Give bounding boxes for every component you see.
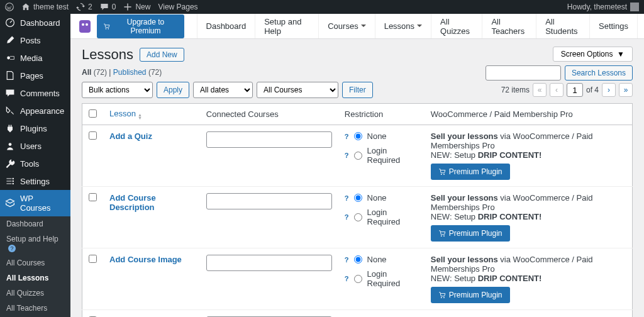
connected-courses-input[interactable] <box>206 255 332 271</box>
sidebar-appearance[interactable]: Appearance <box>0 102 70 120</box>
bulk-actions-select[interactable]: Bulk actions <box>82 82 153 98</box>
help-icon[interactable]: ? <box>345 256 349 264</box>
sidebar-submenu: Dashboard Setup and Help? All Courses Al… <box>0 216 70 317</box>
col-connected: Connected Courses <box>200 104 338 125</box>
connected-courses-input[interactable] <box>206 193 332 209</box>
restriction-login-radio[interactable] <box>354 213 362 221</box>
col-woo: WooCommerce / Paid Membership Pro <box>425 104 633 125</box>
sidebar-pages[interactable]: Pages <box>0 67 70 84</box>
restriction-none-label: None <box>367 131 387 141</box>
site-name[interactable]: theme test <box>21 3 69 11</box>
restriction-none-radio[interactable] <box>354 194 362 202</box>
premium-plugin-button[interactable]: Premium Plugin <box>431 287 510 303</box>
table-row: Add Lesson Content ?None ?Login Required… <box>82 310 633 318</box>
filter-published[interactable]: Published <box>113 68 147 77</box>
tab-teachers[interactable]: All Teachers <box>482 14 536 38</box>
caret-down-icon <box>361 25 366 30</box>
lesson-title-link[interactable]: Add Course Description <box>109 193 156 212</box>
updates[interactable]: 2 <box>76 3 92 11</box>
svg-point-14 <box>443 297 445 298</box>
sidebar-tools[interactable]: Tools <box>0 155 70 172</box>
sub-all-quizzes[interactable]: All Quizzes <box>0 286 70 301</box>
svg-point-4 <box>13 178 14 179</box>
premium-plugin-button[interactable]: Premium Plugin <box>431 164 510 180</box>
caret-down-icon <box>417 25 422 30</box>
apply-button[interactable]: Apply <box>157 82 189 98</box>
tab-quizzes[interactable]: All Quizzes <box>431 14 482 38</box>
restriction-login-label: Login Required <box>367 269 418 288</box>
wp-logo[interactable] <box>5 3 14 11</box>
comments-count[interactable]: 0 <box>100 3 116 11</box>
sub-all-lessons[interactable]: All Lessons <box>0 270 70 286</box>
row-checkbox[interactable] <box>89 255 97 263</box>
svg-point-3 <box>9 143 12 146</box>
prev-page-button[interactable]: ‹ <box>550 83 564 97</box>
sidebar-comments[interactable]: Comments <box>0 84 70 102</box>
select-all-checkbox[interactable] <box>89 109 97 118</box>
sidebar-users[interactable]: Users <box>0 137 70 155</box>
sub-dashboard[interactable]: Dashboard <box>0 216 70 231</box>
col-restriction: Restriction <box>338 104 425 125</box>
sub-all-teachers[interactable]: All Teachers <box>0 301 70 316</box>
cart-icon <box>438 230 446 237</box>
sidebar-posts[interactable]: Posts <box>0 31 70 49</box>
restriction-login-label: Login Required <box>367 208 418 226</box>
filter-button[interactable]: Filter <box>342 82 373 98</box>
search-input[interactable] <box>486 65 561 81</box>
sub-all-courses[interactable]: All Courses <box>0 255 70 270</box>
lesson-title-link[interactable]: Add a Quiz <box>109 131 152 141</box>
col-lesson[interactable]: Lesson▲▼ <box>103 104 200 125</box>
new-content[interactable]: New <box>123 3 150 11</box>
add-new-button[interactable]: Add New <box>140 48 184 62</box>
premium-plugin-button[interactable]: Premium Plugin <box>431 225 510 242</box>
tab-lessons[interactable]: Lessons <box>375 14 431 38</box>
search-button[interactable]: Search Lessons <box>565 65 633 81</box>
sidebar-dashboard[interactable]: Dashboard <box>0 14 70 31</box>
tab-students[interactable]: All Students <box>536 14 589 38</box>
cart-icon <box>438 168 446 175</box>
restriction-none-radio[interactable] <box>354 255 362 264</box>
last-page-button[interactable]: » <box>619 83 633 97</box>
svg-point-8 <box>108 28 109 30</box>
row-checkbox[interactable] <box>89 131 97 140</box>
sidebar-wpcourses[interactable]: WP Courses <box>0 190 70 216</box>
svg-point-7 <box>106 28 107 30</box>
row-checkbox[interactable] <box>89 193 97 201</box>
lesson-title-link[interactable]: Add Course Image <box>109 255 182 264</box>
screen-options-button[interactable]: Screen Options ▼ <box>553 47 633 62</box>
tab-dashboard[interactable]: Dashboard <box>197 14 255 38</box>
view-pages[interactable]: View Pages <box>158 3 197 11</box>
first-page-button[interactable]: « <box>533 83 547 97</box>
sidebar-settings[interactable]: Settings <box>0 172 70 190</box>
tab-settings[interactable]: Settings <box>589 14 638 38</box>
next-page-button[interactable]: › <box>602 83 616 97</box>
sub-setup[interactable]: Setup and Help? <box>0 231 70 255</box>
help-icon[interactable]: ? <box>345 152 349 159</box>
upgrade-button[interactable]: Upgrade to Premium <box>97 14 184 38</box>
svg-point-13 <box>441 297 442 298</box>
pagination: 72 items « ‹ of 4 › » <box>501 83 633 97</box>
restriction-login-radio[interactable] <box>354 152 362 160</box>
connected-courses-input[interactable] <box>206 131 332 148</box>
current-page-input[interactable] <box>567 83 583 97</box>
plugin-topnav: Upgrade to Premium Dashboard Setup and H… <box>70 14 644 39</box>
svg-point-10 <box>443 174 445 175</box>
admin-sidebar: Dashboard Posts Media Pages Comments App… <box>0 14 70 317</box>
tab-courses[interactable]: Courses <box>318 14 374 38</box>
howdy-user[interactable]: Howdy, themetest <box>567 3 639 11</box>
tab-setup[interactable]: Setup and Help <box>255 14 318 38</box>
help-icon[interactable]: ? <box>345 133 349 140</box>
help-icon[interactable]: ? <box>345 275 349 282</box>
help-icon: ? <box>8 245 16 252</box>
main-content: Upgrade to Premium Dashboard Setup and H… <box>70 14 644 317</box>
course-filter-select[interactable]: All Courses <box>257 82 338 98</box>
help-icon[interactable]: ? <box>345 194 349 202</box>
restriction-login-radio[interactable] <box>354 275 362 283</box>
help-icon[interactable]: ? <box>345 213 349 221</box>
restriction-none-radio[interactable] <box>354 132 362 140</box>
lessons-table: Lesson▲▼ Connected Courses Restriction W… <box>82 103 633 317</box>
sidebar-plugins[interactable]: Plugins <box>0 120 70 137</box>
date-filter-select[interactable]: All dates <box>193 82 253 98</box>
sidebar-media[interactable]: Media <box>0 49 70 67</box>
restriction-login-label: Login Required <box>367 146 418 165</box>
